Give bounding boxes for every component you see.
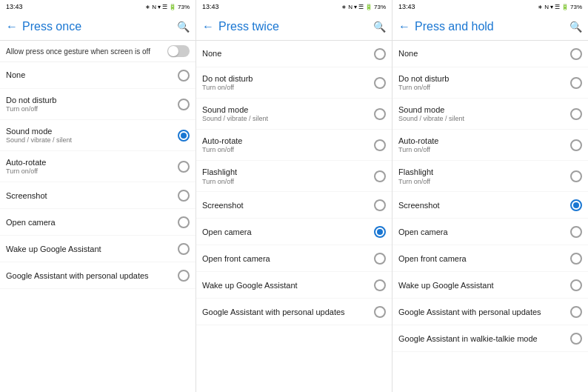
radio-button[interactable] — [178, 216, 190, 228]
radio-button[interactable] — [570, 170, 582, 182]
battery-pct: 73% — [570, 4, 582, 10]
list-item[interactable]: Screenshot — [196, 192, 392, 219]
item-text: Wake up Google Assistant — [6, 244, 178, 254]
radio-button[interactable] — [178, 243, 190, 255]
signal-icon: ☰ — [358, 4, 364, 10]
toggle-row: Allow press once gesture when screen is … — [0, 41, 196, 62]
list-item[interactable]: FlashlightTurn on/off — [196, 161, 392, 192]
radio-button[interactable] — [570, 279, 582, 291]
list-item[interactable]: Do not disturbTurn on/off — [196, 67, 392, 99]
radio-button[interactable] — [570, 306, 582, 318]
item-main-label: Wake up Google Assistant — [398, 280, 570, 290]
list-item[interactable]: Open camera — [196, 219, 392, 245]
radio-button[interactable] — [570, 253, 582, 265]
item-main-label: Wake up Google Assistant — [202, 280, 374, 290]
list-item[interactable]: Open front camera — [196, 245, 392, 272]
radio-button[interactable] — [374, 253, 386, 265]
item-main-label: Google Assistant with personal updates — [202, 307, 374, 317]
item-text: FlashlightTurn on/off — [202, 167, 374, 185]
radio-button[interactable] — [570, 226, 582, 238]
status-bar: 13:43 ∗ N ▾ ☰ 🔋 73% — [0, 0, 196, 13]
list-item[interactable]: Do not disturbTurn on/off — [392, 67, 588, 99]
list-item[interactable]: None — [0, 62, 196, 89]
list-item[interactable]: Google Assistant in walkie-talkie mode — [392, 325, 588, 352]
list-item[interactable]: Google Assistant with personal updates — [0, 262, 196, 289]
item-main-label: None — [6, 70, 178, 80]
list-item[interactable]: Open camera — [0, 209, 196, 236]
list-item[interactable]: Sound modeSound / vibrate / silent — [392, 99, 588, 130]
back-icon[interactable]: ← — [202, 20, 214, 33]
radio-button[interactable] — [570, 48, 582, 60]
radio-button[interactable] — [374, 108, 386, 120]
list-item[interactable]: Do not disturbTurn on/off — [0, 89, 196, 120]
battery-icon: 🔋 — [365, 4, 372, 10]
item-main-label: Google Assistant in walkie-talkie mode — [398, 333, 570, 344]
list-item[interactable]: FlashlightTurn on/off — [392, 161, 588, 192]
battery-icon: 🔋 — [169, 4, 176, 10]
list-item[interactable]: Screenshot — [0, 182, 196, 209]
item-text: Open camera — [202, 227, 374, 237]
radio-button[interactable] — [374, 77, 386, 89]
radio-button[interactable] — [374, 48, 386, 60]
list-item[interactable]: Wake up Google Assistant — [196, 272, 392, 299]
item-sub-label: Turn on/off — [202, 146, 374, 154]
radio-button[interactable] — [374, 306, 386, 318]
list-item[interactable]: Auto-rotateTurn on/off — [196, 130, 392, 161]
back-icon[interactable]: ← — [398, 20, 410, 33]
status-time: 13:43 — [202, 3, 219, 10]
back-icon[interactable]: ← — [6, 20, 18, 33]
radio-button[interactable] — [570, 199, 582, 211]
list-item[interactable]: Wake up Google Assistant — [392, 272, 588, 299]
options-list: NoneDo not disturbTurn on/offSound modeS… — [392, 41, 588, 392]
status-time: 13:43 — [398, 3, 415, 10]
item-text: Screenshot — [6, 190, 178, 201]
item-text: Google Assistant with personal updates — [398, 307, 570, 317]
list-item[interactable]: Sound modeSound / vibrate / silent — [196, 99, 392, 130]
item-text: Auto-rotateTurn on/off — [202, 136, 374, 154]
list-item[interactable]: Open front camera — [392, 245, 588, 272]
list-item[interactable]: Auto-rotateTurn on/off — [0, 151, 196, 182]
radio-button[interactable] — [374, 279, 386, 291]
item-main-label: Do not disturb — [202, 73, 374, 84]
radio-button[interactable] — [374, 199, 386, 211]
list-item[interactable]: Open camera — [392, 219, 588, 245]
list-item[interactable]: None — [196, 41, 392, 67]
options-list: NoneDo not disturbTurn on/offSound modeS… — [0, 62, 196, 392]
radio-button[interactable] — [570, 77, 582, 89]
radio-button[interactable] — [178, 99, 190, 110]
item-main-label: None — [202, 48, 374, 59]
item-sub-label: Sound / vibrate / silent — [202, 115, 374, 123]
radio-button[interactable] — [178, 190, 190, 202]
search-icon[interactable]: 🔍 — [373, 21, 386, 33]
list-item[interactable]: Sound modeSound / vibrate / silent — [0, 120, 196, 151]
search-icon[interactable]: 🔍 — [177, 21, 190, 33]
item-text: None — [202, 48, 374, 59]
radio-button[interactable] — [178, 270, 190, 282]
radio-button[interactable] — [374, 170, 386, 182]
signal-icon: ☰ — [162, 4, 167, 10]
radio-button[interactable] — [570, 108, 582, 120]
list-item[interactable]: Auto-rotateTurn on/off — [392, 130, 588, 161]
radio-button[interactable] — [178, 130, 190, 142]
battery-pct: 73% — [178, 4, 190, 10]
toggle-switch[interactable] — [167, 45, 190, 57]
signal-icon: ☰ — [555, 4, 560, 10]
list-item[interactable]: Google Assistant with personal updates — [392, 299, 588, 325]
radio-button[interactable] — [178, 161, 190, 173]
search-icon[interactable]: 🔍 — [569, 21, 582, 33]
radio-button[interactable] — [374, 226, 386, 238]
item-main-label: Flashlight — [202, 167, 374, 177]
radio-button[interactable] — [570, 333, 582, 345]
radio-button[interactable] — [570, 139, 582, 151]
list-item[interactable]: Wake up Google Assistant — [0, 236, 196, 262]
nfc-icon: N — [348, 4, 353, 10]
item-text: Do not disturbTurn on/off — [6, 95, 178, 113]
item-sub-label: Turn on/off — [398, 146, 570, 154]
status-icons: ∗ N ▾ ☰ 🔋 73% — [538, 4, 582, 10]
list-item[interactable]: Screenshot — [392, 192, 588, 219]
list-item[interactable]: None — [392, 41, 588, 67]
list-item[interactable]: Google Assistant with personal updates — [196, 299, 392, 325]
radio-button[interactable] — [374, 139, 386, 151]
radio-button[interactable] — [178, 70, 190, 82]
item-main-label: Do not disturb — [6, 95, 178, 105]
